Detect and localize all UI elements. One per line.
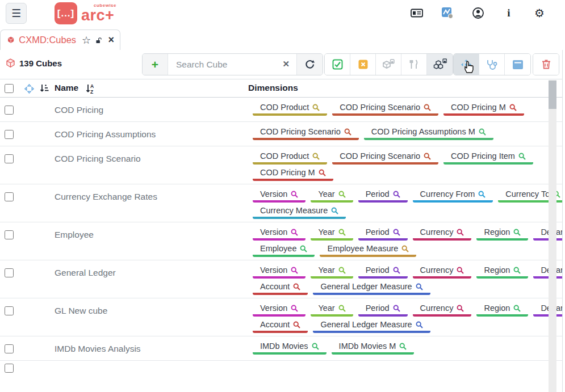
unlock-icon[interactable]	[95, 36, 102, 45]
dimension-chip[interactable]: Year	[311, 265, 353, 279]
dimensions-cell: Version Year Period Currency Region Depa…	[253, 298, 562, 333]
user-icon[interactable]	[472, 7, 484, 19]
dimension-chip[interactable]: COD Pricing M	[443, 102, 524, 116]
row-checkbox[interactable]	[5, 364, 14, 373]
add-cube-button[interactable]: +	[143, 54, 168, 75]
cube-name: COD Pricing	[55, 105, 103, 115]
dimension-chip[interactable]: Department	[533, 227, 562, 241]
search-icon	[457, 267, 464, 274]
tab-cxmd-cubes[interactable]: CXMD:Cubes ☆ ×	[0, 29, 120, 50]
save-cube-button[interactable]	[376, 54, 401, 75]
hamburger-menu-button[interactable]: ☰	[6, 3, 27, 24]
dimension-chip[interactable]: Currency	[413, 303, 472, 317]
dimension-label: Employee	[260, 244, 296, 253]
search-icon	[518, 153, 526, 160]
dimension-chip[interactable]: Version	[253, 303, 305, 317]
dimension-label: Version	[260, 304, 287, 313]
dimension-chip[interactable]: COD Pricing Scenario	[332, 102, 438, 116]
dimension-chip[interactable]: Region	[476, 227, 528, 241]
row-checkbox[interactable]	[5, 344, 14, 353]
dimension-chip[interactable]: Employee	[253, 243, 315, 257]
dimension-chip[interactable]: Currency From	[413, 189, 493, 203]
favorite-star-icon[interactable]: ☆	[82, 34, 91, 47]
dimension-chip[interactable]: COD Pricing M	[253, 167, 333, 181]
refresh-button[interactable]	[297, 54, 323, 75]
table-row: EmployeeVersion Year Period Currency Reg…	[0, 222, 562, 260]
search-cube-input[interactable]	[168, 54, 296, 75]
save-all-cubes-button[interactable]	[427, 54, 453, 75]
dimension-chip[interactable]: Employee Measure	[320, 243, 416, 257]
delete-cube-button[interactable]	[533, 54, 559, 75]
column-header-name[interactable]: Name	[55, 83, 78, 93]
check-health-button[interactable]	[479, 54, 505, 75]
dimension-chip[interactable]: Region	[476, 265, 528, 279]
dimension-chip[interactable]: Period	[358, 189, 408, 203]
row-checkbox[interactable]	[5, 106, 14, 115]
row-checkbox[interactable]	[5, 230, 14, 239]
activity-monitor-icon[interactable]	[441, 7, 454, 19]
reorder-icon[interactable]	[24, 84, 34, 96]
rules-feeders-button[interactable]	[401, 54, 427, 75]
row-checkbox[interactable]	[5, 192, 14, 201]
dimension-chip[interactable]: Version	[253, 265, 305, 279]
vertical-scrollbar-thumb[interactable]	[549, 81, 556, 109]
dimension-chip[interactable]: General Ledger Measure	[313, 319, 430, 333]
dimension-label: Account	[260, 282, 290, 291]
dimension-chip[interactable]: COD Pricing Scenario	[332, 151, 438, 165]
unload-cube-button[interactable]	[454, 54, 479, 75]
settings-gear-icon[interactable]: ⚙	[533, 7, 546, 19]
export-excel-button[interactable]	[350, 54, 376, 75]
search-icon	[291, 267, 298, 274]
dimension-chip[interactable]: IMDb Movies M	[332, 341, 415, 355]
sort-list-icon[interactable]	[39, 83, 49, 96]
row-checkbox[interactable]	[5, 130, 14, 139]
dimension-chip[interactable]: Department	[533, 303, 562, 317]
dimension-chip[interactable]: General Ledger Measure	[313, 281, 430, 295]
row-checkbox[interactable]	[5, 306, 14, 315]
search-icon	[338, 229, 346, 236]
select-all-checkbox[interactable]	[5, 84, 14, 93]
dimension-chip[interactable]: Year	[311, 303, 353, 317]
info-icon[interactable]: i	[503, 7, 515, 19]
dimension-chip[interactable]: Version	[253, 189, 305, 203]
vertical-scrollbar-track[interactable]	[549, 80, 556, 392]
dimension-chip[interactable]: COD Pricing Scenario	[253, 127, 359, 140]
sort-az-icon[interactable]: A Z	[85, 83, 96, 96]
close-tab-icon[interactable]: ×	[108, 34, 114, 46]
row-checkbox[interactable]	[5, 154, 14, 163]
dimensions-cell: IMDb Movies IMDb Movies M	[253, 336, 562, 355]
dimension-chip[interactable]: Account	[253, 281, 308, 295]
dimension-chip[interactable]: COD Product	[253, 102, 327, 116]
arc-logo-mark-icon: [...]	[55, 2, 77, 24]
cubes-save-icon	[433, 58, 447, 70]
dimension-chip[interactable]: Currency	[413, 265, 472, 279]
dimension-chip[interactable]: Period	[358, 265, 408, 279]
dimension-chip[interactable]: COD Pricing Item	[443, 151, 533, 165]
dimension-label: COD Pricing M	[451, 103, 506, 112]
dimension-chip[interactable]: Version	[253, 227, 305, 241]
dimension-chip[interactable]: Currency Measure	[253, 205, 346, 219]
id-card-icon[interactable]	[411, 7, 423, 19]
dimension-chip[interactable]: Department	[533, 265, 562, 279]
dimension-chip[interactable]: Period	[358, 303, 408, 317]
dimension-chip[interactable]: Region	[476, 303, 528, 317]
dimension-chip[interactable]: Period	[358, 227, 408, 241]
clear-search-icon[interactable]: ✕	[282, 59, 290, 69]
trash-icon	[541, 59, 551, 70]
search-icon	[331, 207, 338, 214]
dimension-chip[interactable]: Account	[253, 319, 308, 333]
dimension-label: Year	[318, 304, 334, 313]
dimension-chip[interactable]: COD Pricing Assumptions M	[364, 127, 493, 140]
archive-cube-button[interactable]	[505, 54, 530, 75]
dimension-chip[interactable]: COD Product	[253, 151, 327, 165]
cube-name: COD Pricing Assumptions	[55, 129, 156, 140]
search-field-wrap: ✕	[168, 54, 297, 75]
dimension-chip[interactable]: Currency	[413, 227, 472, 241]
check-selection-button[interactable]	[325, 54, 350, 75]
row-checkbox[interactable]	[5, 268, 14, 277]
dimension-chip[interactable]: Year	[311, 227, 353, 241]
arc-app: ☰ [...] cubewise arc+	[0, 0, 565, 392]
dimension-label: Currency To	[505, 189, 550, 199]
dimension-chip[interactable]: IMDb Movies	[253, 341, 327, 355]
dimension-chip[interactable]: Year	[311, 189, 353, 203]
